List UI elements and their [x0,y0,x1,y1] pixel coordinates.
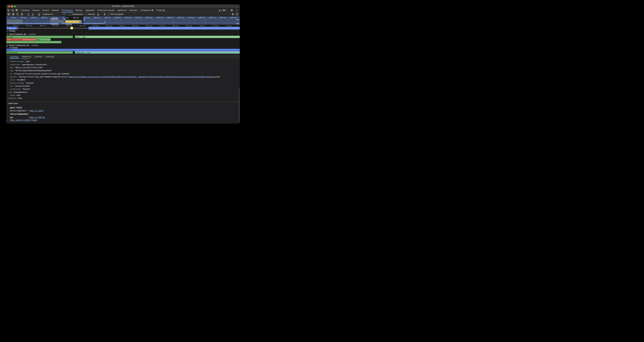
property-key: body [8,91,12,93]
tab-console[interactable]: Console [31,8,41,12]
tab-performance[interactable]: Performance [60,8,74,12]
ruler-tick-label: 727 ms [220,25,232,27]
tab-network[interactable]: Network [50,8,60,12]
history-select[interactable]: localhost #4 [42,13,66,16]
property-row: bodyReadableStream [8,91,239,94]
more-menu-icon[interactable] [235,9,239,12]
overview-ruler-label: 297 ms [26,17,36,19]
show-ignore-listed-frames-link-text[interactable]: Show ignore-listed frames [10,119,37,121]
overview-ruler-label: 197 ms [15,17,26,19]
network-candy-block[interactable] [70,27,73,29]
event-bar[interactable]: delay [6,41,62,44]
overview-ruler-label: 1,897 ms [194,17,205,19]
details-scrollbar[interactable] [239,88,240,122]
tab-privacy-and-security[interactable]: Privacy and security [96,8,116,12]
timeline-main[interactable]: ms567 ms577 ms587 ms597 ms607 ms617 ms62… [6,25,240,55]
server-components-track-header[interactable]: Server Components— Custom [7,44,38,47]
overview-ruler-label: 1,997 ms [204,17,216,19]
tab-elements[interactable]: Elements [20,8,31,12]
frame-source-link[interactable]: App.js:190:16 [30,116,45,119]
frame-at-symbol: @ [28,116,30,119]
warnings-badge[interactable]: 1 [218,9,222,11]
tab-label: Network [52,9,59,12]
property-value: "gzip" [25,61,30,62]
details-tab-event-log[interactable]: Event log [44,55,56,58]
tab-application[interactable]: Application [84,8,96,12]
event-bar[interactable]: delay [36,38,51,41]
tab-lighthouse[interactable]: Lighthouse [116,8,128,12]
tab-sources[interactable]: Sources [41,8,50,12]
overview-network-bar [50,24,59,25]
ruler-tick-label: 587 ms [34,25,45,27]
selection-handle-left[interactable] [64,17,66,22]
devtools-tabbar: ElementsConsoleSourcesNetworkPerformance… [6,8,240,12]
server-requests-track-header[interactable]: Server Requests— Custom [7,33,36,35]
stack-trace-section: Stack trace await fetchServerComponent@A… [6,102,240,124]
handle-grip [84,19,84,20]
details-tab-summary[interactable]: Summary [8,55,20,58]
tab-recorder[interactable]: Recorder [128,8,139,12]
track-title: Server Requests [9,33,23,35]
property-row: date"Wed, 01 Oct 2025 18:32:01 GMT" [10,66,240,69]
node-extension-icon[interactable] [14,9,19,12]
disclosure-triangle-icon [7,45,8,46]
settings-gear-icon[interactable] [230,9,234,12]
collapse-tracks-icon[interactable] [103,13,106,16]
home-icon[interactable] [38,13,41,16]
cpu-activity-shape [65,21,80,23]
record-icon[interactable] [12,13,15,16]
tab-label: Sources [42,9,49,12]
issues-count: 1 [225,9,226,11]
show-ignore-listed-frames-link[interactable]: Show ignore-listed frames [10,119,37,121]
ruler-tick-label: 677 ms [154,25,165,27]
frame-source-link[interactable]: App.js:128:9 [30,110,44,112]
property-value: "chunked" [26,82,34,84]
capture-settings-gear-icon[interactable] [231,13,234,16]
event-bar[interactable]: delayedError (…ayed exception) [6,38,36,41]
tab-label: Elements [22,9,30,12]
memory-checkbox[interactable] [85,13,87,16]
divider [25,13,25,16]
details-tab-call-tree[interactable]: Call tree [33,55,44,58]
overview-ruler-label: 997 ms [99,17,110,19]
inspect-icon[interactable] [6,9,10,12]
selection-handle-right[interactable] [83,17,85,22]
report-url-link[interactable]: https://a.nel.cloudflare.com/report/v4?s… [69,76,216,78]
overview-ruler-label: 597 ms [57,17,68,19]
device-toolbar-icon[interactable] [10,9,14,12]
record-and-reload-icon[interactable] [16,13,19,16]
timeline-overview[interactable]: 97 ms197 ms297 ms397 ms497 ms597 ms697 m… [6,16,240,25]
property-value: ReadableStream [14,91,28,93]
network-request-block[interactable] [88,27,240,30]
tab-profiler[interactable]: Profiler [155,8,166,12]
overview-ruler-label: 1,597 ms [162,17,173,19]
property-key: vary [10,85,13,87]
toggle-sidebar-icon[interactable] [7,13,11,16]
tab-memory[interactable]: Memory [74,8,84,12]
load-profile-icon[interactable] [26,13,30,16]
dim-3rd-parties-checkbox-row[interactable]: Dim 3rd parties [108,13,124,16]
event-bar[interactable]: await fetch (…/api) [75,51,240,54]
cpu-lane-label: CPU [236,19,239,21]
property-value: "Wed, 01 Oct 2025 18:32:01 GMT" [15,67,43,69]
network-track-label[interactable]: Network [7,27,17,30]
event-bar[interactable]: fetch (…/api) [75,36,240,38]
collect-garbage-icon[interactable] [96,13,100,16]
atom-icon [152,9,154,11]
details-tab-bottom-up[interactable]: Bottom-up [20,55,33,58]
timings-track-label[interactable]: Timings [7,30,15,32]
screenshots-checkbox[interactable] [70,13,72,16]
save-profile-icon[interactable] [31,13,34,16]
property-row: transfer-encoding"chunked" [10,81,240,84]
memory-checkbox-row[interactable]: Memory [85,13,95,16]
screenshots-checkbox-row[interactable]: Screenshots [70,13,83,16]
clear-icon[interactable] [20,13,24,16]
event-bar[interactable]: await delay (deferred text) [6,51,73,54]
issues-badge[interactable]: 1 [223,9,226,11]
dim-3rd-parties-checkbox[interactable] [108,13,110,16]
event-bar[interactable]: ServerComponent [6,49,240,51]
tab-components[interactable]: Components [139,8,155,12]
help-icon[interactable]: ? [235,13,239,16]
event-bar[interactable]: delay (deferred text) [6,36,73,38]
handle-grip [64,19,64,20]
